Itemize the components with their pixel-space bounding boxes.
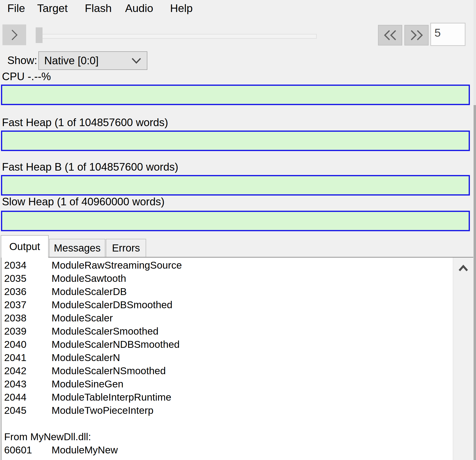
output-line [4,417,453,430]
output-line: 60601 ModuleMyNew [4,443,453,457]
fast-heap-meter-label: Fast Heap (1 of 104857600 words) [2,116,168,129]
fast-heap-b-meter-bar [1,175,470,196]
output-line: 2045 ModuleTwoPieceInterp [4,404,453,417]
output-line: From MyNewDll.dll: [4,430,453,443]
menu-item-flash[interactable]: Flash [85,2,112,15]
scroll-up-button[interactable] [453,258,473,279]
output-line: 2044 ModuleTableInterpRuntime [4,391,453,404]
tab-messages[interactable]: Messages [49,239,105,257]
fast-heap-meter-bar [1,131,470,151]
app-window: File Target Flash Audio Help Show: Nativ… [0,0,476,460]
menu-item-help[interactable]: Help [170,2,193,15]
output-line: 2037 ModuleScalerDBSmoothed [4,298,453,311]
double-chevron-right-icon [409,29,424,41]
output-scrollbar[interactable] [453,258,473,460]
cpu-meter-label: CPU -.--% [2,70,51,83]
chevron-up-icon [457,264,469,273]
output-line: 2040 ModuleScalerNDBSmoothed [4,338,453,351]
chevron-right-icon [10,28,19,42]
output-line: 2038 ModuleScaler [4,311,453,325]
cpu-meter-bar [1,85,470,105]
position-slider[interactable] [37,34,317,39]
output-line: 2034 ModuleRawStreamingSource [4,259,453,272]
output-line: 2042 ModuleScalerNSmoothed [4,364,453,377]
menu-bar: File Target Flash Audio Help [0,0,476,18]
menu-item-file[interactable]: File [7,2,25,15]
output-line: 2036 ModuleScalerDB [4,285,453,298]
window-scrollbar-track[interactable] [474,0,476,105]
output-line: 2043 ModuleSineGen [4,377,453,391]
run-button[interactable] [2,24,26,45]
double-chevron-left-icon [383,29,398,41]
slow-heap-meter-label: Slow Heap (1 of 40960000 words) [2,196,164,208]
tab-errors[interactable]: Errors [106,239,146,257]
show-dropdown-value: Native [0:0] [44,55,131,67]
slow-heap-meter-bar [1,211,470,231]
window-scrollbar-thumb[interactable] [474,105,476,460]
step-count-field[interactable] [430,23,465,46]
menu-item-audio[interactable]: Audio [125,2,153,15]
step-forward-button[interactable] [404,25,429,45]
menu-item-target[interactable]: Target [37,2,68,15]
show-label: Show: [7,54,37,66]
position-slider-thumb[interactable] [36,27,43,43]
output-line: 2039 ModuleScalerSmoothed [4,325,453,338]
output-list: 2034 ModuleRawStreamingSource2035 Module… [1,258,453,460]
chevron-down-icon [131,57,142,64]
tab-output[interactable]: Output [1,235,49,258]
fast-heap-b-meter-label: Fast Heap B (1 of 104857600 words) [2,161,178,173]
show-dropdown[interactable]: Native [0:0] [38,51,147,70]
output-line: 2041 ModuleScalerN [4,351,453,364]
output-line: 2035 ModuleSawtooth [4,272,453,285]
output-panel: 2034 ModuleRawStreamingSource2035 Module… [1,257,473,460]
step-back-button[interactable] [378,25,402,45]
